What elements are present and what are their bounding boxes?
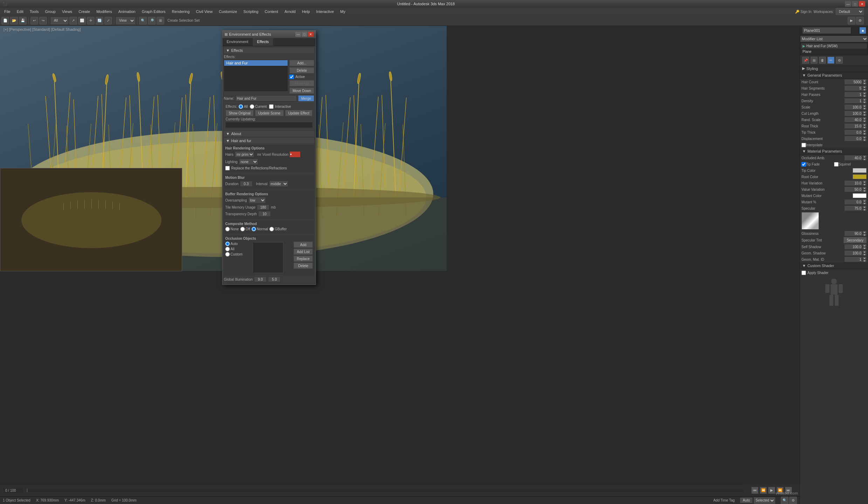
pin-btn[interactable]: 📌 [802,57,809,64]
hair-seg-down[interactable]: ▼ [862,88,867,91]
modifier-delete-btn[interactable]: 🗑 [819,57,826,64]
hair-count-input[interactable] [844,79,862,85]
name-input[interactable] [235,95,296,102]
hairs-dropdown[interactable]: mr prim [235,151,254,158]
mutant-pct-input[interactable] [844,199,862,205]
hair-count-down[interactable]: ▼ [862,82,867,85]
dialog-close-btn[interactable]: ✕ [308,32,314,37]
hair-passes-input[interactable] [844,92,862,97]
menu-arnold[interactable]: Arnold [282,9,298,14]
select-btn[interactable]: ↗ [69,17,77,24]
density-up[interactable]: ▲ [862,98,867,101]
tip-thick-down[interactable]: ▼ [862,132,867,135]
render-btn[interactable]: ▶ [848,17,855,24]
modifier-view-btn[interactable]: ⊞ [811,57,818,64]
geom-mat-id-up[interactable]: ▲ [862,257,867,259]
menu-file[interactable]: File [1,9,13,14]
tab-environment[interactable]: Environment [222,38,253,46]
oversampling-dropdown[interactable]: low [248,197,266,203]
menu-help[interactable]: Help [299,9,313,14]
val-var-up[interactable]: ▲ [862,187,867,189]
crosshair-btn[interactable]: ✛ [87,17,95,24]
selected-dropdown[interactable]: Selected [754,497,775,504]
update-scene-btn[interactable]: Update Scene [255,110,283,116]
self-shadow-down[interactable]: ▼ [862,247,867,250]
displacement-up[interactable]: ▲ [862,136,867,139]
menu-modifiers[interactable]: Modifiers [94,9,115,14]
hair-passes-down[interactable]: ▼ [862,94,867,97]
lighting-dropdown[interactable]: none [239,159,258,165]
root-color-swatch[interactable] [853,174,867,179]
move-up-btn[interactable]: Move Up [289,80,314,86]
specular-down[interactable]: ▼ [862,208,867,211]
menu-create[interactable]: Create [76,9,93,14]
tip-fade-checkbox[interactable] [801,162,806,167]
self-shadow-up[interactable]: ▲ [862,244,867,247]
effects-list-item-hair[interactable]: Hair and Fur [224,60,288,66]
modifier-plane[interactable]: Plane [801,49,867,54]
comp-normal[interactable]: Normal [252,227,268,231]
occ-all[interactable]: All [225,247,242,251]
occ-custom[interactable]: Custom [225,252,242,257]
menu-graph-editors[interactable]: Graph Editors [139,9,168,14]
comp-off[interactable]: Off [240,227,250,231]
self-shadow-input[interactable] [844,244,862,250]
root-thick-input[interactable] [844,123,862,129]
interactive-checkbox[interactable] [269,104,274,109]
duration-input[interactable] [240,181,253,187]
tip-thick-up[interactable]: ▲ [862,130,867,132]
tile-memory-input[interactable] [257,204,269,210]
gi-input2[interactable] [268,276,281,282]
rotate-btn[interactable]: 🔄 [96,17,103,24]
add-effect-btn[interactable]: Add... [289,60,314,66]
val-var-input[interactable] [844,187,862,192]
specular-up[interactable]: ▲ [862,205,867,208]
dialog-maximize-btn[interactable]: □ [302,32,307,37]
density-down[interactable]: ▼ [862,101,867,104]
scale-btn[interactable]: ⤢ [104,17,112,24]
radio-current[interactable]: Current [250,104,267,109]
update-effect-btn[interactable]: Update Effect [285,110,312,116]
menu-views[interactable]: Views [59,9,75,14]
apply-shader-checkbox[interactable] [801,271,806,275]
object-name-input[interactable] [802,27,851,34]
render-setup-btn[interactable]: ⚙ [856,17,864,24]
glossiness-down[interactable]: ▼ [862,233,867,236]
hair-seg-up[interactable]: ▲ [862,85,867,88]
hair-segments-input[interactable] [844,85,862,91]
redo-btn[interactable]: ↪ [39,17,47,24]
val-var-down[interactable]: ▼ [862,189,867,192]
modifier-list-dropdown[interactable]: Modifier List [800,35,868,42]
play-btn[interactable]: ▶ [768,487,775,494]
menu-my[interactable]: My [337,9,348,14]
custom-shader-header[interactable]: ▼ Custom Shader [800,262,868,269]
maximize-button[interactable]: □ [852,1,858,7]
save-btn[interactable]: 💾 [19,17,27,24]
geom-shadow-down[interactable]: ▼ [862,253,867,256]
geom-mat-id-input[interactable] [844,257,862,262]
geom-mat-id-down[interactable]: ▼ [862,259,867,262]
modifier-settings-btn[interactable]: ⚙ [836,57,843,64]
tip-color-swatch[interactable] [853,168,867,173]
material-params-header[interactable]: ▼ Material Parameters [800,148,868,155]
density-input[interactable] [844,98,862,104]
hair-passes-up[interactable]: ▲ [862,92,867,94]
undo-btn[interactable]: ↩ [30,17,38,24]
radio-all[interactable]: All [239,104,248,109]
occ-replace-btn[interactable]: Replace [294,255,313,262]
gi-input1[interactable] [254,276,267,282]
general-params-header[interactable]: ▼ General Parameters [800,72,868,79]
tab-effects[interactable]: Effects [253,38,273,46]
occ-delete-btn[interactable]: Delete [294,262,313,269]
menu-animation[interactable]: Animation [116,9,138,14]
scale-input[interactable] [844,104,862,110]
root-thick-up[interactable]: ▲ [862,123,867,126]
menu-tools[interactable]: Tools [27,9,42,14]
workspace-dropdown[interactable]: Default [836,8,864,15]
occluded-amb-input[interactable] [844,155,862,161]
dialog-minimize-btn[interactable]: — [295,32,301,37]
occ-auto[interactable]: Auto [225,241,242,246]
timeline-scrubber[interactable] [27,488,797,492]
occ-add-btn[interactable]: Add [294,241,313,248]
prev-frame-btn[interactable]: ⏪ [760,487,767,494]
